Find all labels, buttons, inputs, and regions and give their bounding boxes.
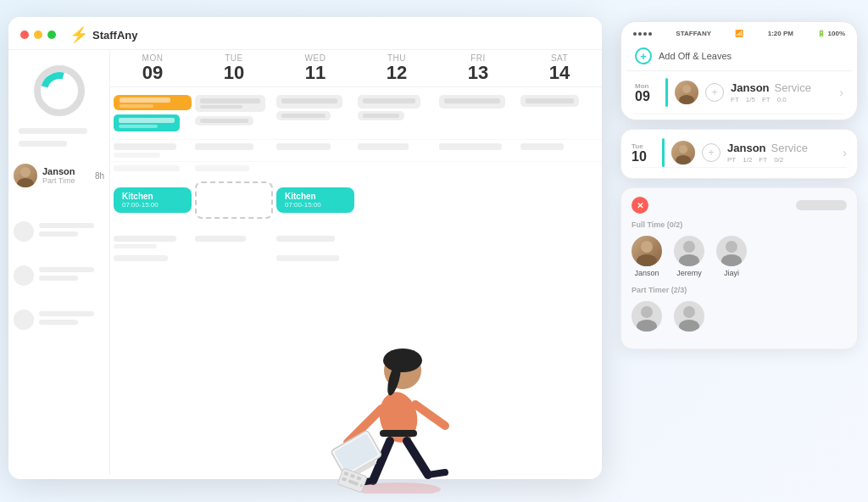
employee-list: Janson Part Time 8h bbox=[8, 50, 110, 475]
carrier-name: STAFFANY bbox=[676, 30, 711, 37]
grid-cell-wed-row1 bbox=[276, 92, 354, 134]
svg-point-13 bbox=[637, 320, 657, 332]
kitchen-label-2: Kitchen bbox=[285, 192, 346, 201]
desktop-window: ⚡ StaffAny bbox=[8, 17, 602, 479]
kitchen-chip-mon[interactable]: Kitchen 07:00-15:00 bbox=[114, 187, 192, 213]
parttime-section-label: Part Timer (2/3) bbox=[632, 286, 847, 294]
grid-cell-mon-kitchen: Kitchen 07:00-15:00 bbox=[114, 187, 192, 213]
row-plus-mon[interactable]: + bbox=[705, 83, 724, 102]
staff-avatar-pt2 bbox=[674, 301, 704, 332]
svg-point-2 bbox=[682, 85, 691, 93]
phone-add-bar[interactable]: + Add Off & Leaves bbox=[626, 42, 852, 71]
shift-chip-yellow-1[interactable] bbox=[114, 95, 192, 110]
staff-member-jeremy[interactable]: Jeremy bbox=[674, 236, 704, 277]
row-ft-info-tue: PT 1/2 FT 0/2 bbox=[727, 156, 783, 164]
row-plus-tue[interactable]: + bbox=[702, 143, 721, 162]
dashed-placeholder[interactable] bbox=[195, 181, 273, 219]
day-col-thu: Thu 12 bbox=[356, 53, 437, 83]
staff-name-jiayi: Jiayi bbox=[724, 269, 739, 277]
donut-chart bbox=[34, 65, 85, 116]
schedule-row-mon[interactable]: Mon 09 + Janson Service bbox=[626, 71, 852, 114]
employee-row-janson: Janson Part Time 8h bbox=[14, 160, 104, 191]
traffic-light-green[interactable] bbox=[47, 31, 56, 39]
skeleton-employee-3 bbox=[14, 306, 104, 333]
close-button[interactable]: ✕ bbox=[632, 197, 648, 214]
day-col-sat: Sat 14 bbox=[519, 53, 600, 83]
emp-name-janson: Janson bbox=[42, 166, 90, 176]
staff-card-header: ✕ bbox=[632, 197, 847, 214]
grid-cell-sat-row1 bbox=[520, 92, 598, 134]
schedule-row-main-mon: Janson Service bbox=[731, 81, 832, 94]
svg-line-23 bbox=[352, 481, 373, 483]
card-white-tue: Tue 10 + Janson Service bbox=[620, 129, 858, 179]
emp-info-janson: Janson Part Time bbox=[42, 166, 90, 185]
logo-area: ⚡ StaffAny bbox=[70, 25, 137, 44]
grid-cell-thu-row1 bbox=[358, 92, 436, 134]
schedule-row-detail-tue: Janson Service PT 1/2 FT 0/2 bbox=[727, 142, 836, 164]
staff-avatar-jeremy bbox=[674, 236, 704, 266]
phone-status-bar: STAFFANY 📶 1:20 PM 🔋 100% bbox=[626, 27, 852, 42]
header-pill bbox=[796, 200, 847, 210]
svg-point-6 bbox=[641, 241, 653, 253]
logo-icon: ⚡ bbox=[70, 25, 88, 44]
traffic-light-red[interactable] bbox=[20, 31, 29, 39]
staff-member-pt2[interactable] bbox=[674, 301, 704, 332]
grid-skeleton-row2 bbox=[114, 143, 192, 158]
svg-point-4 bbox=[679, 145, 687, 153]
day-col-tue: Tue 10 bbox=[193, 53, 275, 83]
progress-bar-tue bbox=[662, 138, 665, 167]
progress-bar-mon bbox=[665, 78, 668, 107]
schedule-row-tue[interactable]: Tue 10 + Janson Service bbox=[632, 138, 847, 168]
svg-point-7 bbox=[637, 254, 657, 266]
grid-skeleton-row2-tue bbox=[195, 143, 273, 158]
battery-icon: 🔋 100% bbox=[817, 30, 845, 37]
svg-point-12 bbox=[641, 306, 653, 318]
svg-point-15 bbox=[679, 320, 699, 332]
staff-card: ✕ Full Time (0/2) Janson bbox=[620, 187, 858, 349]
svg-point-5 bbox=[676, 155, 691, 165]
day-col-fri: Fri 13 bbox=[437, 53, 519, 83]
svg-rect-37 bbox=[360, 483, 363, 487]
svg-point-14 bbox=[683, 306, 695, 318]
skeleton-employee-2 bbox=[14, 262, 104, 289]
day-col-mon: Mon 09 bbox=[112, 53, 193, 83]
kitchen-time-2: 07:00-15:00 bbox=[285, 201, 346, 209]
svg-rect-36 bbox=[348, 479, 359, 486]
row-arrow-mon[interactable]: › bbox=[839, 86, 843, 99]
day-col-wed: Wed 11 bbox=[275, 53, 356, 83]
grid-cell-fri-row1 bbox=[439, 92, 517, 134]
staff-member-pt1[interactable] bbox=[632, 301, 662, 332]
add-leaves-plus[interactable]: + bbox=[635, 47, 652, 64]
row-avatar-tue bbox=[671, 141, 695, 165]
phone-inner: + Add Off & Leaves Mon 09 bbox=[626, 42, 852, 114]
staff-member-janson[interactable]: Janson bbox=[632, 236, 662, 277]
row-arrow-tue[interactable]: › bbox=[843, 146, 847, 159]
svg-point-27 bbox=[356, 482, 441, 494]
emp-hours-janson: 8h bbox=[95, 171, 104, 181]
svg-point-8 bbox=[683, 241, 695, 253]
grid-cell-tue-row1 bbox=[195, 92, 273, 134]
staff-avatar-jiayi bbox=[716, 236, 747, 266]
staff-name-janson: Janson bbox=[634, 269, 659, 277]
svg-point-0 bbox=[20, 167, 31, 177]
staff-avatar-janson bbox=[632, 236, 662, 266]
emp-type-janson: Part Time bbox=[42, 176, 90, 185]
kitchen-chip-wed[interactable]: Kitchen 07:00-15:00 bbox=[276, 187, 354, 213]
fulltime-section-label: Full Time (0/2) bbox=[632, 220, 847, 229]
scene: ⚡ StaffAny bbox=[0, 0, 868, 502]
staff-name-jeremy: Jeremy bbox=[676, 269, 702, 277]
traffic-light-yellow[interactable] bbox=[34, 31, 42, 39]
wifi-icon: 📶 bbox=[735, 30, 743, 37]
staff-avatar-pt1 bbox=[632, 301, 662, 332]
svg-point-3 bbox=[679, 95, 694, 104]
row-avatar-mon bbox=[675, 81, 698, 104]
svg-point-9 bbox=[679, 254, 699, 266]
brand-name: StaffAny bbox=[92, 29, 137, 42]
phone-card-1: STAFFANY 📶 1:20 PM 🔋 100% + Add Off & Le… bbox=[620, 21, 858, 120]
svg-point-1 bbox=[17, 178, 34, 187]
staff-member-jiayi[interactable]: Jiayi bbox=[716, 236, 747, 277]
grid-cell-wed-kitchen: Kitchen 07:00-15:00 bbox=[276, 187, 354, 213]
mobile-overlay: STAFFANY 📶 1:20 PM 🔋 100% + Add Off & Le… bbox=[620, 21, 858, 349]
status-dots bbox=[633, 32, 652, 36]
schedule-row-detail-mon: Janson Service FT 1/5 FT 0.0 bbox=[731, 81, 832, 103]
